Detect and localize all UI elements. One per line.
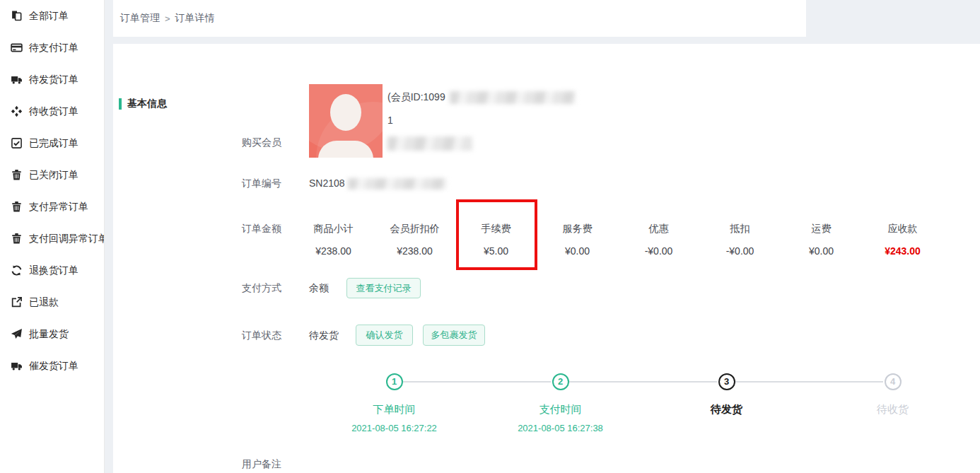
credit-card-icon: [11, 42, 23, 54]
sidebar-item-12[interactable]: 催发货订单: [0, 350, 104, 382]
truck-icon: [11, 74, 23, 86]
section-accent-bar: [119, 98, 122, 110]
redacted-member-name: [387, 136, 472, 151]
sidebar-item-label: 已退款: [29, 296, 59, 309]
amount-column-value: ¥0.00: [781, 245, 862, 257]
amount-column: 抵扣-¥0.00: [699, 223, 781, 257]
amount-column-value: ¥243.00: [862, 245, 943, 257]
sidebar-item-11[interactable]: 批量发货: [0, 318, 104, 350]
sidebar-item-label: 待收货订单: [29, 105, 78, 118]
member-line-2: 1: [387, 115, 393, 126]
amount-column: 优惠-¥0.00: [618, 223, 699, 257]
amount-columns: 商品小计¥238.00会员折扣价¥238.00手续费¥5.00服务费¥0.00优…: [293, 223, 943, 257]
amount-column-name: 商品小计: [293, 223, 374, 235]
order-no-label: 订单编号: [242, 177, 281, 190]
redacted-order-no: [348, 178, 447, 189]
truck-icon: [11, 360, 23, 372]
step-label: 下单时间: [311, 403, 477, 416]
step-2: 2支付时间2021-08-05 16:27:38: [477, 365, 643, 433]
step-4: 4待收货: [810, 365, 976, 416]
amount-column-value: -¥0.00: [618, 245, 699, 257]
view-payment-record-button[interactable]: 查看支付记录: [346, 278, 421, 298]
order-sidebar: 全部订单待支付订单待发货订单待收货订单已完成订单已关闭订单支付异常订单支付回调异…: [0, 0, 105, 473]
sidebar-item-label: 批量发货: [29, 328, 69, 341]
amount-column-value: ¥5.00: [455, 245, 537, 257]
step-number-circle: 1: [386, 373, 403, 390]
sidebar-item-label: 待支付订单: [29, 42, 78, 54]
buyer-label: 购买会员: [242, 136, 281, 149]
breadcrumb: 订单管理 > 订单详情: [113, 0, 806, 37]
amount-column: 会员折扣价¥238.00: [374, 223, 455, 257]
amount-column-name: 抵扣: [699, 223, 781, 235]
member-id-prefix: (会员ID:1099: [387, 91, 445, 103]
sidebar-item-label: 待发货订单: [29, 74, 78, 86]
order-detail-page: { "colors": { "accent_teal": "#2bb78f", …: [0, 0, 980, 473]
amount-column-value: ¥238.00: [293, 245, 374, 257]
confirm-ship-button[interactable]: 确认发货: [356, 325, 413, 346]
sidebar-item-10[interactable]: 已退款: [0, 286, 104, 318]
sidebar-item-9[interactable]: 退换货订单: [0, 255, 104, 286]
amount-column-name: 运费: [781, 223, 862, 235]
order-no-value: SN2108: [309, 177, 447, 189]
breadcrumb-current: 订单详情: [175, 12, 215, 25]
sidebar-item-label: 支付回调异常订单: [29, 233, 105, 245]
step-timestamp: 2021-08-05 16:27:38: [477, 423, 643, 433]
order-status-value: 待发货: [309, 329, 339, 342]
sidebar-item-4[interactable]: 待收货订单: [0, 95, 104, 127]
trash-icon: [11, 201, 23, 213]
amount-column: 应收款¥243.00: [862, 223, 943, 257]
avatar-person-head: [330, 94, 361, 131]
check-square-icon: [11, 137, 23, 149]
payment-method-value: 余额: [309, 282, 329, 295]
multi-package-ship-button[interactable]: 多包裹发货: [423, 325, 485, 346]
share-icon: [11, 296, 23, 308]
avatar-person-body: [318, 141, 373, 158]
amount-column-name: 应收款: [862, 223, 943, 235]
breadcrumb-separator: >: [165, 13, 170, 24]
copy-icon: [11, 10, 23, 22]
member-avatar: [309, 84, 383, 158]
amount-column: 商品小计¥238.00: [293, 223, 374, 257]
trash-icon: [11, 233, 23, 245]
order-amount-label: 订单金额: [242, 223, 281, 235]
sidebar-item-8[interactable]: 支付回调异常订单: [0, 223, 104, 255]
amount-column-value: ¥238.00: [374, 245, 455, 257]
sidebar-item-1[interactable]: 全部订单: [0, 0, 104, 32]
step-number-circle: 2: [552, 373, 569, 390]
sidebar-item-6[interactable]: 已关闭订单: [0, 159, 104, 191]
amount-column-value: -¥0.00: [699, 245, 781, 257]
order-no-prefix: SN2108: [309, 177, 345, 189]
trash-icon: [11, 169, 23, 181]
amount-column-name: 手续费: [455, 223, 537, 235]
step-1: 1下单时间2021-08-05 16:27:22: [311, 365, 477, 433]
step-label: 支付时间: [477, 403, 643, 416]
member-line-3: [387, 136, 472, 151]
sidebar-item-2[interactable]: 待支付订单: [0, 32, 104, 64]
amount-column-name: 服务费: [537, 223, 618, 235]
section-title-text: 基本信息: [127, 98, 167, 110]
sidebar-item-label: 全部订单: [29, 10, 69, 23]
sidebar-item-3[interactable]: 待发货订单: [0, 64, 104, 95]
step-number-circle: 3: [718, 373, 735, 390]
sidebar-item-7[interactable]: 支付异常订单: [0, 191, 104, 223]
redacted-member-id: [450, 91, 576, 104]
breadcrumb-parent[interactable]: 订单管理: [120, 12, 160, 25]
payment-method-label: 支付方式: [242, 282, 281, 295]
sidebar-item-5[interactable]: 已完成订单: [0, 127, 104, 159]
step-label: 待收货: [810, 403, 976, 416]
sidebar-item-label: 退换货订单: [29, 264, 78, 277]
amount-column: 服务费¥0.00: [537, 223, 618, 257]
sidebar-item-label: 催发货订单: [29, 360, 78, 373]
amount-column-value: ¥0.00: [537, 245, 618, 257]
refresh-icon: [11, 264, 23, 276]
member-id-line: (会员ID:1099: [387, 91, 576, 104]
amount-column: 运费¥0.00: [781, 223, 862, 257]
sidebar-item-label: 已关闭订单: [29, 169, 78, 182]
user-remark-label: 用户备注: [242, 458, 281, 471]
order-detail-card: 基本信息 购买会员 (会员ID:1099 1 订单编号 SN2108 订单金额 …: [113, 44, 980, 473]
parcel-icon: [11, 105, 23, 117]
order-status-label: 订单状态: [242, 329, 281, 342]
step-3: 3待发货: [643, 365, 810, 416]
sidebar-item-label: 已完成订单: [29, 137, 78, 150]
step-label: 待发货: [643, 403, 810, 416]
